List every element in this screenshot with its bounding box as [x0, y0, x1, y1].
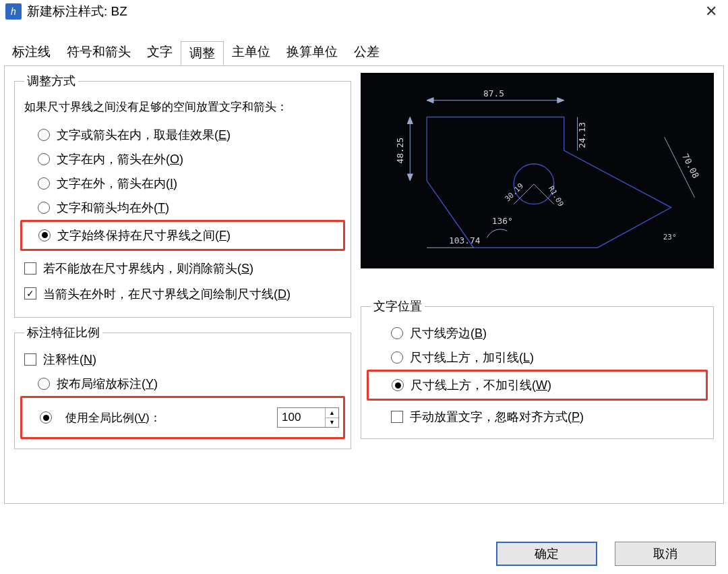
tab-text[interactable]: 文字 [139, 40, 181, 65]
tab-tolerance[interactable]: 公差 [346, 40, 388, 65]
app-icon: h [5, 3, 22, 20]
group-textpos-legend: 文字位置 [371, 298, 425, 314]
radio-icon [392, 379, 404, 391]
checkbox-icon [391, 411, 403, 423]
tab-alternate[interactable]: 换算单位 [278, 40, 346, 65]
group-fit-method: 调整方式 如果尺寸界线之间没有足够的空间放置文字和箭头： 文字或箭头在内，取最佳… [14, 73, 351, 318]
svg-text:136°: 136° [492, 216, 513, 226]
checkbox-icon [24, 353, 36, 366]
highlight-global-scale: 使用全局比例(V)： ▲ ▼ [20, 396, 345, 439]
group-scale-legend: 标注特征比例 [24, 324, 102, 341]
checkbox-icon [24, 262, 36, 275]
tabstrip: 标注线 符号和箭头 文字 调整 主单位 换算单位 公差 [0, 38, 728, 65]
fit-chk-suppress-arrow[interactable]: 若不能放在尺寸界线内，则消除箭头(S) [24, 256, 341, 281]
svg-text:70.08: 70.08 [680, 152, 701, 179]
close-icon[interactable]: ✕ [700, 3, 723, 20]
scale-opt-layout[interactable]: 按布局缩放标注(Y) [24, 372, 341, 396]
radio-icon [40, 411, 52, 424]
svg-marker-6 [407, 174, 413, 181]
group-text-position: 文字位置 尺寸线旁边(B) 尺寸线上方，加引线(L) 尺寸线上方，不加引线(W)… [361, 298, 714, 439]
fit-opt-text-in[interactable]: 文字在内，箭头在外(O) [24, 147, 341, 171]
textpos-opt-beside[interactable]: 尺寸线旁边(B) [371, 321, 704, 345]
radio-icon [38, 177, 50, 190]
tab-symbols[interactable]: 符号和箭头 [59, 40, 139, 65]
fit-opt-both-out[interactable]: 文字和箭头均在外(T) [24, 196, 341, 220]
svg-text:24.13: 24.13 [578, 122, 588, 148]
svg-marker-3 [557, 98, 564, 103]
radio-icon [391, 351, 403, 364]
fit-intro: 如果尺寸界线之间没有足够的空间放置文字和箭头： [24, 98, 341, 116]
spinner-up-icon[interactable]: ▲ [326, 408, 338, 418]
global-scale-spinner[interactable]: ▲ ▼ [277, 407, 339, 428]
scale-chk-annotative[interactable]: 注释性(N) [24, 347, 341, 372]
radio-icon [391, 327, 403, 339]
tab-primary[interactable]: 主单位 [224, 40, 278, 65]
group-scale: 标注特征比例 注释性(N) 按布局缩放标注(Y) 使用全局比例(V)： ▲ [14, 324, 351, 449]
fit-chk-draw-dimline[interactable]: 当箭头在外时，在尺寸界线之间绘制尺寸线(D) [24, 281, 341, 308]
fit-opt-best[interactable]: 文字或箭头在内，取最佳效果(E) [24, 123, 341, 147]
radio-icon [38, 202, 50, 214]
radio-icon [38, 153, 50, 165]
textpos-opt-above-noleader[interactable]: 尺寸线上方，不加引线(W) [371, 373, 703, 397]
fit-opt-always-between[interactable]: 文字始终保持在尺寸界线之间(F) [25, 223, 340, 248]
svg-text:87.5: 87.5 [483, 88, 504, 98]
svg-text:103.74: 103.74 [449, 235, 481, 246]
svg-marker-5 [407, 117, 413, 124]
highlight-fit-always: 文字始终保持在尺寸界线之间(F) [20, 220, 345, 251]
dialog-buttons: 确定 取消 [496, 542, 716, 566]
window-title: 新建标注样式: BZ [27, 3, 700, 20]
checkbox-icon [24, 287, 36, 299]
group-fit-legend: 调整方式 [24, 73, 78, 89]
svg-text:23°: 23° [663, 233, 677, 241]
radio-icon [38, 129, 50, 141]
cancel-button[interactable]: 取消 [615, 542, 716, 566]
textpos-opt-above-leader[interactable]: 尺寸线上方，加引线(L) [371, 345, 704, 370]
highlight-textpos-noleader: 尺寸线上方，不加引线(W) [367, 370, 708, 401]
spinner-down-icon[interactable]: ▼ [326, 418, 338, 428]
tab-panel-fit: 调整方式 如果尺寸界线之间没有足够的空间放置文字和箭头： 文字或箭头在内，取最佳… [4, 65, 724, 504]
svg-text:48.25: 48.25 [395, 138, 405, 164]
svg-marker-2 [427, 98, 433, 103]
radio-icon [38, 229, 51, 241]
preview-pane: 87.5 48.25 24.13 70.08 103.74 136° 30.19… [361, 73, 714, 268]
ok-button[interactable]: 确定 [496, 542, 597, 566]
tab-fit[interactable]: 调整 [181, 41, 224, 65]
scale-opt-global[interactable]: 使用全局比例(V)： ▲ ▼ [26, 403, 339, 432]
textpos-chk-manual[interactable]: 手动放置文字，忽略对齐方式(P) [371, 405, 704, 429]
titlebar: h 新建标注样式: BZ ✕ [0, 0, 728, 23]
global-scale-input[interactable] [278, 408, 325, 427]
fit-opt-text-out[interactable]: 文字在外，箭头在内(I) [24, 171, 341, 196]
tab-dimlines[interactable]: 标注线 [4, 40, 59, 65]
radio-icon [38, 378, 50, 390]
